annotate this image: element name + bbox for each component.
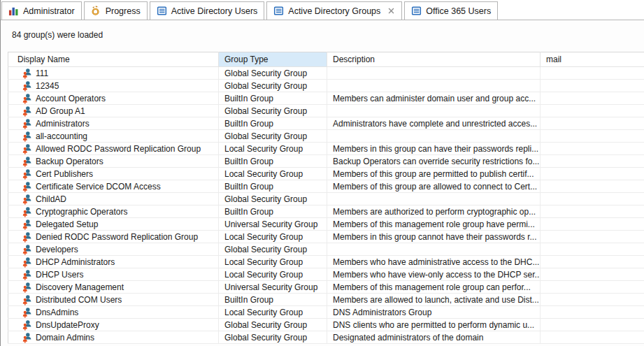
mail-cell [541, 193, 644, 206]
description-cell: Designated administrators of the domain [327, 331, 541, 344]
mail-cell [541, 155, 644, 168]
group-type-cell: BuiltIn Group [219, 155, 327, 168]
display-name-cell: Distributed COM Users [36, 295, 122, 305]
table-row[interactable]: DnsAdmins Local Security Group DNS Admin… [8, 306, 644, 319]
table-row[interactable]: Allowed RODC Password Replication Group … [8, 143, 644, 155]
display-name-cell: Denied RODC Password Replication Group [36, 232, 198, 242]
description-cell: Members in this group cannot have their … [327, 231, 541, 243]
mail-cell [541, 268, 644, 281]
table-row[interactable]: Account Operators BuiltIn Group Members … [8, 92, 644, 105]
close-icon[interactable] [387, 7, 395, 15]
group-type-cell: Global Security Group [219, 130, 327, 143]
mail-cell [541, 319, 644, 331]
table-row[interactable]: ChildAD Global Security Group [8, 193, 644, 206]
content-panel: 84 group(s) were loaded Display Name Gro… [1, 21, 644, 346]
group-icon [22, 106, 32, 117]
mail-cell [541, 92, 644, 105]
group-type-cell: Global Security Group [219, 331, 327, 344]
description-cell: Members who have view-only access to the… [327, 268, 541, 281]
description-cell: DNS clients who are permitted to perform… [327, 319, 541, 331]
tab-active-directory-groups[interactable]: Active Directory Groups [266, 1, 402, 20]
table-row[interactable]: Domain Admins Global Security Group Desi… [8, 331, 644, 344]
list-icon [157, 6, 167, 16]
display-name-cell: 12345 [36, 81, 59, 91]
display-name-cell: Certificate Service DCOM Access [36, 182, 161, 192]
description-cell: Backup Operators can override security r… [327, 155, 541, 168]
description-cell [327, 80, 541, 92]
tab-office-365-users[interactable]: Office 365 Users [404, 1, 498, 20]
description-cell: Members are authorized to perform crypto… [327, 206, 541, 218]
table-row[interactable]: Cryptographic Operators BuiltIn Group Me… [8, 206, 644, 218]
group-type-cell: Global Security Group [219, 319, 327, 331]
group-icon [22, 294, 32, 305]
description-cell: Members of this management role group ha… [327, 218, 541, 231]
group-type-cell: Universal Security Group [219, 281, 327, 294]
table-row[interactable]: AD Group A1 Global Security Group [8, 105, 644, 117]
description-cell: Members who have administrative access t… [327, 256, 541, 268]
table-row[interactable]: Administrators BuiltIn Group Administrat… [8, 117, 644, 130]
table-row[interactable]: DHCP Administrators Local Security Group… [8, 256, 644, 268]
column-header-description[interactable]: Description [327, 52, 541, 67]
description-cell: Members of this group are allowed to con… [327, 180, 541, 193]
group-icon [22, 156, 32, 167]
display-name-cell: DHCP Users [36, 270, 83, 280]
group-type-cell: BuiltIn Group [219, 92, 327, 105]
column-header-group-type[interactable]: Group Type [219, 52, 327, 67]
mail-cell [541, 306, 644, 319]
mail-cell [541, 143, 644, 155]
table-row[interactable]: all-accounting Global Security Group [8, 130, 644, 143]
progress-icon [91, 6, 101, 16]
group-icon [22, 194, 32, 205]
tab-progress[interactable]: Progress [84, 1, 148, 20]
table-row[interactable]: 111 Global Security Group [8, 67, 644, 80]
mail-cell [541, 294, 644, 306]
table-row[interactable]: Developers Global Security Group [8, 243, 644, 256]
group-type-cell: Local Security Group [219, 256, 327, 268]
mail-cell [541, 80, 644, 92]
table-row[interactable]: Distributed COM Users BuiltIn Group Memb… [8, 294, 644, 306]
group-icon [22, 219, 32, 230]
group-type-cell: Global Security Group [219, 67, 327, 80]
tab-label: Active Directory Groups [288, 6, 380, 16]
group-icon [22, 131, 32, 142]
group-icon [22, 206, 32, 217]
table-row[interactable]: DnsUpdateProxy Global Security Group DNS… [8, 319, 644, 331]
tab-bar: Administrator Progress Ac [1, 0, 644, 20]
mail-cell [541, 130, 644, 143]
tab-label: Administrator [23, 6, 75, 16]
display-name-cell: Cryptographic Operators [36, 207, 127, 217]
description-cell [327, 130, 541, 143]
column-header-mail[interactable]: mail [541, 52, 644, 67]
table-row[interactable]: DHCP Users Local Security Group Members … [8, 268, 644, 281]
group-icon [22, 257, 32, 268]
display-name-cell: ChildAD [36, 194, 66, 204]
description-cell: DNS Administrators Group [327, 306, 541, 319]
mail-cell [541, 281, 644, 294]
display-name-cell: all-accounting [36, 131, 87, 141]
table-row[interactable]: 12345 Global Security Group [8, 80, 644, 92]
group-type-cell: Local Security Group [219, 168, 327, 180]
table-row[interactable]: Denied RODC Password Replication Group L… [8, 231, 644, 243]
list-icon [411, 6, 422, 16]
description-cell: Members of this group are permitted to p… [327, 168, 541, 180]
table-row[interactable]: Cert Publishers Local Security Group Mem… [8, 168, 644, 180]
table-row[interactable]: Discovery Management Universal Security … [8, 281, 644, 294]
group-type-cell: Universal Security Group [219, 218, 327, 231]
mail-cell [541, 117, 644, 130]
tab-administrator[interactable]: Administrator [1, 1, 82, 20]
group-icon [22, 68, 32, 79]
table-header-row: Display Name Group Type Description mail [8, 52, 644, 67]
group-icon [22, 231, 32, 243]
table-row[interactable]: Delegated Setup Universal Security Group… [8, 218, 644, 231]
group-icon [22, 332, 32, 343]
group-type-cell: Global Security Group [219, 243, 327, 256]
mail-cell [541, 180, 644, 193]
tab-active-directory-users[interactable]: Active Directory Users [150, 1, 265, 20]
group-icon [22, 181, 32, 192]
groups-table: Display Name Group Type Description mail [8, 52, 644, 344]
display-name-cell: DHCP Administrators [36, 257, 115, 267]
mail-cell [541, 231, 644, 243]
column-header-display-name[interactable]: Display Name [8, 52, 219, 67]
table-row[interactable]: Backup Operators BuiltIn Group Backup Op… [8, 155, 644, 168]
table-row[interactable]: Certificate Service DCOM Access BuiltIn … [8, 180, 644, 193]
